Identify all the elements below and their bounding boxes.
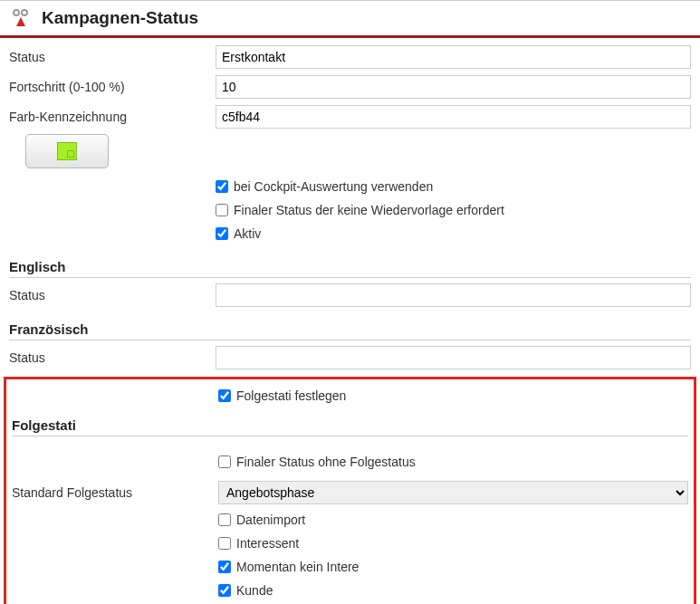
standard-folgestatus-label: Standard Folgestatus xyxy=(12,485,218,500)
row-final-no-follow: Finaler Status ohne Folgestatus xyxy=(12,449,688,476)
row-status: Status xyxy=(9,43,691,71)
row-english-status: Status xyxy=(9,282,691,309)
french-heading: Französisch xyxy=(9,321,691,340)
status-input[interactable] xyxy=(216,45,691,69)
folgestati-highlight-box: Folgestati festlegen Folgestati Finaler … xyxy=(4,377,696,604)
color-input[interactable] xyxy=(216,105,691,129)
english-status-label: Status xyxy=(9,288,216,302)
opt-interessent-checkbox[interactable] xyxy=(218,537,231,550)
french-status-input[interactable] xyxy=(216,346,691,369)
define-folgestati-label: Folgestati festlegen xyxy=(236,388,346,403)
color-label: Farb-Kennzeichnung xyxy=(9,110,216,124)
standard-folgestatus-select[interactable]: Angebotsphase xyxy=(218,481,688,504)
opt-momentan-label: Momentan kein Intere xyxy=(236,560,359,574)
color-swatch-icon xyxy=(57,142,77,160)
progress-input[interactable] xyxy=(216,75,691,99)
svg-point-0 xyxy=(14,10,19,15)
row-flags: bei Cockpit-Auswertung verwenden Finaler… xyxy=(9,176,691,246)
define-folgestati-checkbox[interactable] xyxy=(218,389,231,402)
opt-datenimport-label: Datenimport xyxy=(236,513,305,527)
french-status-label: Status xyxy=(9,350,216,365)
opt-interessent-label: Interessent xyxy=(236,536,299,551)
row-progress: Fortschritt (0-100 %) xyxy=(9,73,691,101)
row-folgestati-options: Datenimport Interessent Momentan kein In… xyxy=(12,509,688,604)
form-area: Status Fortschritt (0-100 %) Farb-Kennze… xyxy=(0,38,700,371)
row-define-folgestati: Folgestati festlegen xyxy=(12,383,688,410)
opt-momentan-checkbox[interactable] xyxy=(218,561,231,573)
row-standard-folgestatus: Standard Folgestatus Angebotsphase xyxy=(12,479,688,506)
opt-kunde-checkbox[interactable] xyxy=(218,584,231,597)
opt-kunde-label: Kunde xyxy=(236,583,273,598)
english-heading: Englisch xyxy=(9,259,691,278)
final-no-follow-label: Finaler Status ohne Folgestatus xyxy=(236,455,416,469)
folgestati-heading: Folgestati xyxy=(12,417,688,436)
opt-datenimport-checkbox[interactable] xyxy=(218,513,231,526)
english-status-input[interactable] xyxy=(216,283,691,307)
active-checkbox[interactable] xyxy=(216,227,228,240)
color-picker-button[interactable] xyxy=(25,134,109,168)
status-label: Status xyxy=(9,50,216,64)
cockpit-checkbox[interactable] xyxy=(216,180,228,193)
active-checkbox-label: Aktiv xyxy=(234,226,261,241)
svg-point-1 xyxy=(22,10,27,15)
page-header: Kampagnen-Status xyxy=(0,0,700,38)
row-color: Farb-Kennzeichnung xyxy=(9,103,691,130)
campaign-status-icon xyxy=(11,8,31,28)
page-title: Kampagnen-Status xyxy=(42,8,198,28)
final-no-follow-checkbox[interactable] xyxy=(218,455,231,468)
row-french-status: Status xyxy=(9,344,691,371)
final-no-resubmit-checkbox[interactable] xyxy=(216,204,228,216)
final-no-resubmit-checkbox-label: Finaler Status der keine Wiedervorlage e… xyxy=(234,203,504,217)
cockpit-checkbox-label: bei Cockpit-Auswertung verwenden xyxy=(234,179,433,194)
progress-label: Fortschritt (0-100 %) xyxy=(9,80,216,94)
